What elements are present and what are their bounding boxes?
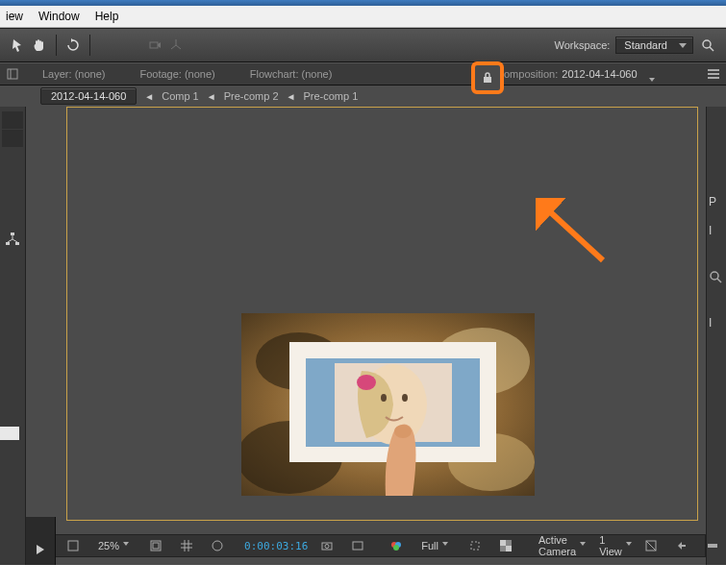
menu-bar: iew Window Help	[0, 6, 726, 28]
snapshot-icon[interactable]	[315, 537, 338, 554]
left-dock	[0, 107, 26, 565]
selection-tool-icon[interactable]	[8, 35, 29, 56]
panel-slot[interactable]	[2, 111, 23, 129]
safe-zones-icon[interactable]	[144, 537, 167, 554]
tab-footage[interactable]: Footage: (none)	[122, 63, 232, 85]
svg-point-1	[703, 40, 711, 48]
menu-help[interactable]: Help	[95, 10, 119, 23]
panel-letter-p-icon[interactable]: P	[709, 195, 724, 210]
tab-flowchart[interactable]: Flowchart: (none)	[233, 63, 350, 85]
panel-slot[interactable]	[2, 130, 23, 147]
svg-rect-9	[11, 233, 14, 235]
svg-rect-8	[708, 77, 719, 79]
resolution-dropdown[interactable]: Full	[415, 537, 448, 554]
menu-window[interactable]: Window	[38, 10, 80, 23]
show-snapshot-icon[interactable]	[346, 537, 369, 554]
breadcrumb-item[interactable]: Pre-comp 1	[303, 90, 358, 102]
lock-icon	[481, 71, 494, 85]
composition-label: omposition:	[504, 68, 558, 80]
svg-rect-6	[708, 69, 719, 71]
play-button[interactable]	[26, 517, 56, 565]
svg-rect-11	[15, 242, 19, 245]
caret-icon: ◄	[144, 91, 154, 102]
breadcrumb-item[interactable]: Comp 1	[162, 90, 199, 102]
breadcrumb-item[interactable]: 2012-04-14-060	[40, 87, 137, 105]
composition-viewer[interactable]: 25% 0:00:03:16 Full Active Camera 1 View	[26, 107, 706, 565]
lock-viewer-button[interactable]	[471, 61, 504, 94]
svg-point-22	[381, 394, 387, 402]
svg-line-2	[710, 47, 713, 51]
roi-icon[interactable]	[463, 537, 487, 554]
flowchart-icon[interactable]	[5, 232, 20, 247]
camera-dropdown[interactable]: Active Camera	[533, 537, 586, 554]
svg-rect-39	[506, 546, 512, 551]
breadcrumb-item[interactable]: Pre-comp 2	[224, 90, 279, 102]
svg-point-31	[325, 545, 329, 549]
caret-icon: ◄	[287, 91, 296, 102]
hand-tool-icon[interactable]	[29, 35, 50, 56]
rotate-tool-icon[interactable]	[63, 35, 84, 56]
svg-rect-7	[708, 73, 719, 75]
svg-line-52	[717, 279, 721, 282]
grid-icon[interactable]	[175, 537, 198, 554]
svg-point-24	[394, 425, 412, 438]
always-preview-icon[interactable]	[62, 537, 85, 554]
transparency-grid-icon[interactable]	[494, 537, 517, 554]
mask-toggle-icon[interactable]	[206, 537, 229, 554]
workspace-selector: Workspace: Standard	[554, 35, 718, 56]
svg-rect-28	[153, 543, 159, 549]
svg-rect-3	[8, 69, 17, 79]
tab-composition[interactable]: omposition: 2012-04-14-060	[504, 63, 655, 85]
axis-tool-icon[interactable]	[165, 35, 187, 56]
panel-menu-icon[interactable]	[707, 67, 720, 81]
search-icon[interactable]	[697, 35, 718, 56]
views-dropdown[interactable]: 1 View	[593, 537, 632, 554]
svg-rect-32	[353, 542, 363, 550]
workspace-label: Workspace:	[554, 39, 610, 51]
tab-layer[interactable]: Layer: (none)	[25, 63, 122, 85]
menu-view[interactable]: iew	[6, 10, 23, 23]
main-area: 25% 0:00:03:16 Full Active Camera 1 View	[0, 107, 726, 565]
panel-letter-i-icon[interactable]: I	[709, 316, 724, 331]
svg-rect-36	[471, 542, 479, 550]
svg-point-51	[711, 272, 718, 280]
channel-icon[interactable]	[385, 537, 408, 554]
svg-point-35	[393, 545, 399, 551]
toolbar-separator	[56, 35, 57, 56]
tool-bar: Workspace: Standard	[0, 28, 726, 62]
svg-rect-0	[150, 42, 158, 48]
right-dock: P I I	[706, 107, 726, 565]
workspace-dropdown[interactable]: Standard	[615, 37, 693, 54]
svg-line-41	[646, 541, 656, 551]
search-panel-icon[interactable]	[709, 270, 724, 285]
svg-rect-42	[708, 544, 717, 548]
viewer-controls: 25% 0:00:03:16 Full Active Camera 1 View	[55, 534, 706, 557]
panel-letter-i-icon[interactable]: I	[709, 224, 724, 239]
timeline-icon[interactable]	[701, 537, 724, 554]
svg-point-29	[213, 541, 222, 551]
composition-canvas[interactable]	[241, 313, 535, 496]
caret-icon: ◄	[207, 91, 216, 102]
timecode[interactable]: 0:00:03:16	[244, 540, 308, 552]
svg-rect-5	[484, 77, 491, 83]
toolbar-separator	[89, 35, 90, 56]
zoom-dropdown[interactable]: 25%	[92, 537, 129, 554]
svg-rect-26	[68, 541, 78, 551]
svg-rect-10	[6, 242, 10, 245]
svg-point-23	[402, 394, 408, 402]
camera-tool-icon[interactable]	[144, 35, 165, 56]
composition-breadcrumb: 2012-04-14-060 ◄ Comp 1 ◄ Pre-comp 2 ◄ P…	[0, 86, 726, 107]
fast-previews-icon[interactable]	[670, 537, 693, 554]
selected-item-marker	[0, 427, 19, 440]
svg-point-21	[357, 375, 376, 390]
pixel-aspect-icon[interactable]	[639, 537, 663, 554]
viewer-tab-bar: Layer: (none) Footage: (none) Flowchart:…	[0, 62, 726, 86]
preview-image	[241, 313, 535, 496]
panel-collapse-icon[interactable]	[0, 68, 25, 80]
svg-rect-38	[500, 540, 506, 546]
composition-name: 2012-04-14-060	[562, 68, 637, 80]
